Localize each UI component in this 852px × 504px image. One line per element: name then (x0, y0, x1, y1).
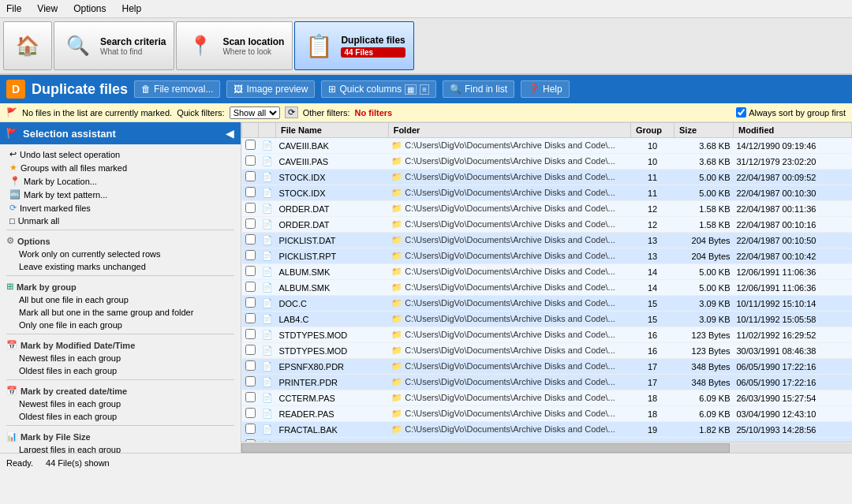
row-checkbox[interactable] (245, 282, 256, 292)
all-but-one-same-folder-item[interactable]: Mark all but one in the same group and f… (0, 306, 241, 319)
row-checkbox-cell[interactable] (242, 248, 259, 264)
groups-all-marked-item[interactable]: ★ Groups with all files marked (0, 161, 241, 174)
only-one-item[interactable]: Only one file in each group (0, 319, 241, 331)
row-checkbox-cell[interactable] (242, 264, 259, 280)
always-sort-checkbox[interactable] (736, 107, 746, 118)
row-checkbox-cell[interactable] (242, 406, 259, 422)
find-in-list-button[interactable]: 🔍 Find in list (443, 80, 514, 98)
row-checkbox[interactable] (245, 297, 256, 308)
unmark-all-item[interactable]: □ Unmark all (0, 215, 241, 227)
row-checkbox[interactable] (245, 140, 256, 150)
row-checkbox[interactable] (245, 313, 256, 323)
row-checkbox-cell[interactable] (242, 327, 259, 343)
row-folder: 📁 C:\Users\DigVo\Documents\Archive Disks… (388, 264, 630, 280)
mark-by-text-item[interactable]: 🔤 Mark by text pattern... (0, 188, 241, 201)
row-checkbox-cell[interactable] (242, 138, 259, 154)
duplicate-files-button[interactable]: 📋 Duplicate files 44 Files (294, 21, 413, 70)
row-checkbox-cell[interactable] (242, 170, 259, 185)
mark-by-created-section: 📅 Mark by created date/time (0, 383, 241, 398)
col-filename[interactable]: File Name (276, 123, 389, 138)
row-checkbox-cell[interactable] (242, 201, 259, 217)
file-type-icon: 📄 (262, 298, 273, 308)
row-filename: STOCK.IDX (276, 170, 389, 185)
menu-help[interactable]: Help (119, 2, 145, 16)
refresh-btn[interactable]: ⟳ (285, 106, 298, 118)
row-checkbox[interactable] (245, 234, 256, 245)
folder-icon: 📁 (391, 203, 402, 213)
always-sort-label[interactable]: Always sort by group first (736, 107, 846, 118)
row-checkbox-cell[interactable] (242, 296, 259, 312)
image-preview-button[interactable]: 🖼 Image preview (226, 80, 315, 98)
col-size[interactable]: Size (674, 123, 734, 138)
row-checkbox[interactable] (245, 187, 256, 197)
hscroll-bar[interactable] (241, 442, 852, 453)
row-checkbox-cell[interactable] (242, 312, 259, 327)
row-checkbox[interactable] (245, 345, 256, 355)
largest-files-item[interactable]: Largest files in each group (0, 443, 241, 453)
row-checkbox-cell[interactable] (242, 280, 259, 296)
row-size: 3.68 KB (674, 154, 734, 170)
row-checkbox-cell[interactable] (242, 390, 259, 406)
star-icon: ★ (9, 162, 17, 173)
mark-by-location-item[interactable]: 📍 Mark by Location... (0, 174, 241, 188)
file-type-icon: 📄 (262, 314, 273, 323)
row-checkbox[interactable] (245, 171, 256, 181)
file-type-icon: 📄 (262, 345, 273, 355)
row-checkbox[interactable] (245, 360, 256, 371)
row-checkbox[interactable] (245, 266, 256, 276)
row-size: 5.00 KB (674, 264, 734, 280)
undo-select-item[interactable]: ↩ Undo last select operation (0, 147, 241, 161)
row-checkbox[interactable] (245, 376, 256, 386)
row-checkbox-cell[interactable] (242, 217, 259, 233)
folder-icon: 📁 (391, 140, 402, 150)
col-group[interactable]: Group (631, 123, 674, 138)
menu-file[interactable]: File (3, 2, 24, 16)
oldest-modified-item[interactable]: Oldest files in each group (0, 364, 241, 377)
row-folder: 📁 C:\Users\DigVo\Documents\Archive Disks… (388, 248, 630, 264)
row-checkbox[interactable] (245, 408, 256, 418)
row-checkbox[interactable] (245, 250, 256, 260)
row-group: 18 (631, 406, 674, 422)
newest-created-item[interactable]: Newest files in each group (0, 398, 241, 410)
search-criteria-button[interactable]: 🔍 Search criteria What to find (54, 21, 174, 70)
row-checkbox[interactable] (245, 203, 256, 213)
row-filename: ORDER.DAT (276, 217, 389, 233)
row-checkbox-cell[interactable] (242, 343, 259, 359)
row-checkbox[interactable] (245, 329, 256, 339)
invert-marked-item[interactable]: ⟳ Invert marked files (0, 201, 241, 215)
home-button[interactable]: 🏠 (3, 21, 52, 70)
row-checkbox[interactable] (245, 424, 256, 434)
row-checkbox[interactable] (245, 392, 256, 402)
row-checkbox-cell[interactable] (242, 154, 259, 170)
row-checkbox[interactable] (245, 218, 256, 229)
menu-options[interactable]: Options (70, 2, 109, 16)
scan-location-button[interactable]: 📍 Scan location Where to look (176, 21, 293, 70)
selection-assistant-panel: 🚩 Selection assistant ◀ ↩ Undo last sele… (0, 122, 241, 453)
main-content: 🚩 Selection assistant ◀ ↩ Undo last sele… (0, 122, 852, 453)
ready-text: Ready. (6, 458, 33, 468)
row-size: 123 Bytes (674, 327, 734, 343)
row-checkbox[interactable] (245, 155, 256, 166)
row-checkbox-cell[interactable] (242, 185, 259, 201)
all-but-one-item[interactable]: All but one file in each group (0, 293, 241, 306)
row-checkbox-cell[interactable] (242, 422, 259, 438)
col-folder[interactable]: Folder (388, 123, 630, 138)
modified-icon: 📅 (6, 340, 17, 350)
collapse-button[interactable]: ◀ (226, 127, 234, 140)
row-checkbox-cell[interactable] (242, 233, 259, 248)
no-files-text: No files in the list are currently marke… (22, 108, 172, 118)
row-checkbox-cell[interactable] (242, 359, 259, 375)
newest-modified-item[interactable]: Newest files in each group (0, 352, 241, 364)
help-button[interactable]: ❓ Help (521, 80, 570, 98)
file-table[interactable]: File Name Folder Group Size Modified 📄 C… (241, 122, 852, 442)
oldest-created-item[interactable]: Oldest files in each group (0, 410, 241, 423)
menu-view[interactable]: View (34, 2, 61, 16)
quick-columns-button[interactable]: ⊞ Quick columns ▦ ≡ (321, 80, 436, 98)
file-removal-button[interactable]: 🗑 File removal... (134, 80, 220, 98)
leave-existing-unchanged-item[interactable]: Leave existing marks unchanged (0, 260, 241, 273)
work-only-selected-item[interactable]: Work only on currently selected rows (0, 248, 241, 260)
quick-filters-select[interactable]: Show all (230, 106, 280, 119)
row-checkbox-cell[interactable] (242, 375, 259, 390)
file-type-icon: 📄 (262, 251, 273, 260)
col-modified[interactable]: Modified (734, 123, 852, 138)
